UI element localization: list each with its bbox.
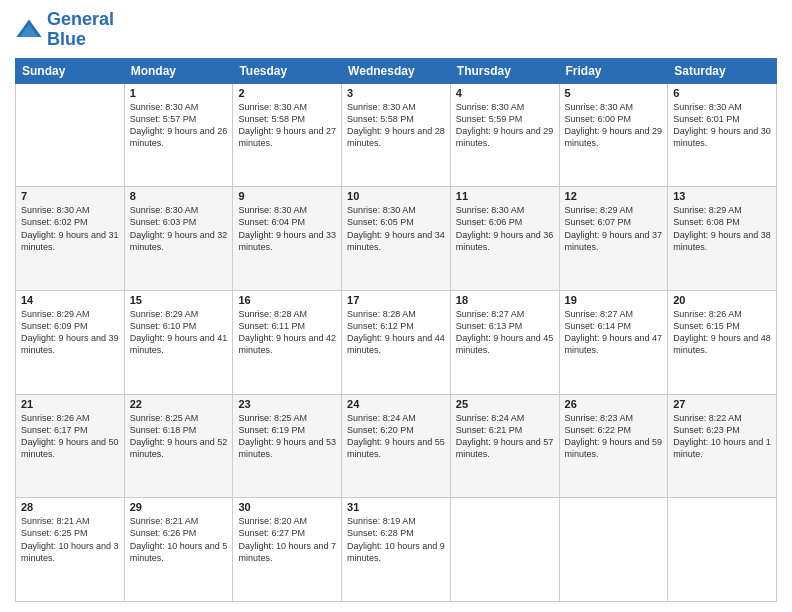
day-cell: 7Sunrise: 8:30 AMSunset: 6:02 PMDaylight…: [16, 187, 125, 291]
day-info: Sunrise: 8:30 AMSunset: 5:58 PMDaylight:…: [347, 101, 445, 150]
day-cell: 27Sunrise: 8:22 AMSunset: 6:23 PMDayligh…: [668, 394, 777, 498]
day-cell: 26Sunrise: 8:23 AMSunset: 6:22 PMDayligh…: [559, 394, 668, 498]
day-cell: 31Sunrise: 8:19 AMSunset: 6:28 PMDayligh…: [342, 498, 451, 602]
day-number: 16: [238, 294, 336, 306]
day-number: 14: [21, 294, 119, 306]
day-cell: 29Sunrise: 8:21 AMSunset: 6:26 PMDayligh…: [124, 498, 233, 602]
day-number: 11: [456, 190, 554, 202]
day-cell: 11Sunrise: 8:30 AMSunset: 6:06 PMDayligh…: [450, 187, 559, 291]
day-cell: 8Sunrise: 8:30 AMSunset: 6:03 PMDaylight…: [124, 187, 233, 291]
day-number: 13: [673, 190, 771, 202]
day-info: Sunrise: 8:28 AMSunset: 6:12 PMDaylight:…: [347, 308, 445, 357]
day-info: Sunrise: 8:30 AMSunset: 5:57 PMDaylight:…: [130, 101, 228, 150]
weekday-header-row: SundayMondayTuesdayWednesdayThursdayFrid…: [16, 58, 777, 83]
day-number: 8: [130, 190, 228, 202]
day-number: 3: [347, 87, 445, 99]
day-info: Sunrise: 8:28 AMSunset: 6:11 PMDaylight:…: [238, 308, 336, 357]
day-info: Sunrise: 8:30 AMSunset: 6:06 PMDaylight:…: [456, 204, 554, 253]
day-info: Sunrise: 8:30 AMSunset: 6:04 PMDaylight:…: [238, 204, 336, 253]
day-info: Sunrise: 8:20 AMSunset: 6:27 PMDaylight:…: [238, 515, 336, 564]
day-info: Sunrise: 8:29 AMSunset: 6:07 PMDaylight:…: [565, 204, 663, 253]
day-info: Sunrise: 8:21 AMSunset: 6:26 PMDaylight:…: [130, 515, 228, 564]
day-cell: [559, 498, 668, 602]
week-row-1: 1Sunrise: 8:30 AMSunset: 5:57 PMDaylight…: [16, 83, 777, 187]
week-row-3: 14Sunrise: 8:29 AMSunset: 6:09 PMDayligh…: [16, 290, 777, 394]
weekday-header-tuesday: Tuesday: [233, 58, 342, 83]
day-cell: 16Sunrise: 8:28 AMSunset: 6:11 PMDayligh…: [233, 290, 342, 394]
day-cell: 3Sunrise: 8:30 AMSunset: 5:58 PMDaylight…: [342, 83, 451, 187]
weekday-header-friday: Friday: [559, 58, 668, 83]
week-row-4: 21Sunrise: 8:26 AMSunset: 6:17 PMDayligh…: [16, 394, 777, 498]
day-number: 31: [347, 501, 445, 513]
day-info: Sunrise: 8:25 AMSunset: 6:18 PMDaylight:…: [130, 412, 228, 461]
day-number: 28: [21, 501, 119, 513]
day-info: Sunrise: 8:30 AMSunset: 6:02 PMDaylight:…: [21, 204, 119, 253]
day-info: Sunrise: 8:30 AMSunset: 5:59 PMDaylight:…: [456, 101, 554, 150]
day-info: Sunrise: 8:29 AMSunset: 6:08 PMDaylight:…: [673, 204, 771, 253]
weekday-header-thursday: Thursday: [450, 58, 559, 83]
weekday-header-monday: Monday: [124, 58, 233, 83]
day-cell: 10Sunrise: 8:30 AMSunset: 6:05 PMDayligh…: [342, 187, 451, 291]
day-number: 1: [130, 87, 228, 99]
day-info: Sunrise: 8:21 AMSunset: 6:25 PMDaylight:…: [21, 515, 119, 564]
day-cell: 14Sunrise: 8:29 AMSunset: 6:09 PMDayligh…: [16, 290, 125, 394]
day-cell: 15Sunrise: 8:29 AMSunset: 6:10 PMDayligh…: [124, 290, 233, 394]
week-row-2: 7Sunrise: 8:30 AMSunset: 6:02 PMDaylight…: [16, 187, 777, 291]
day-number: 15: [130, 294, 228, 306]
logo: General Blue: [15, 10, 114, 50]
day-info: Sunrise: 8:24 AMSunset: 6:21 PMDaylight:…: [456, 412, 554, 461]
day-cell: 21Sunrise: 8:26 AMSunset: 6:17 PMDayligh…: [16, 394, 125, 498]
day-number: 7: [21, 190, 119, 202]
day-cell: 13Sunrise: 8:29 AMSunset: 6:08 PMDayligh…: [668, 187, 777, 291]
day-info: Sunrise: 8:30 AMSunset: 6:01 PMDaylight:…: [673, 101, 771, 150]
day-cell: 6Sunrise: 8:30 AMSunset: 6:01 PMDaylight…: [668, 83, 777, 187]
day-number: 20: [673, 294, 771, 306]
logo-text: General Blue: [47, 10, 114, 50]
day-number: 21: [21, 398, 119, 410]
day-number: 26: [565, 398, 663, 410]
day-info: Sunrise: 8:30 AMSunset: 6:00 PMDaylight:…: [565, 101, 663, 150]
day-number: 2: [238, 87, 336, 99]
day-cell: 5Sunrise: 8:30 AMSunset: 6:00 PMDaylight…: [559, 83, 668, 187]
weekday-header-saturday: Saturday: [668, 58, 777, 83]
day-cell: 20Sunrise: 8:26 AMSunset: 6:15 PMDayligh…: [668, 290, 777, 394]
day-number: 23: [238, 398, 336, 410]
day-number: 5: [565, 87, 663, 99]
day-info: Sunrise: 8:30 AMSunset: 6:03 PMDaylight:…: [130, 204, 228, 253]
day-number: 22: [130, 398, 228, 410]
day-number: 19: [565, 294, 663, 306]
day-cell: 17Sunrise: 8:28 AMSunset: 6:12 PMDayligh…: [342, 290, 451, 394]
day-number: 10: [347, 190, 445, 202]
day-cell: 25Sunrise: 8:24 AMSunset: 6:21 PMDayligh…: [450, 394, 559, 498]
day-number: 17: [347, 294, 445, 306]
day-cell: 30Sunrise: 8:20 AMSunset: 6:27 PMDayligh…: [233, 498, 342, 602]
day-cell: 19Sunrise: 8:27 AMSunset: 6:14 PMDayligh…: [559, 290, 668, 394]
day-info: Sunrise: 8:26 AMSunset: 6:15 PMDaylight:…: [673, 308, 771, 357]
day-number: 4: [456, 87, 554, 99]
day-number: 24: [347, 398, 445, 410]
weekday-header-wednesday: Wednesday: [342, 58, 451, 83]
day-info: Sunrise: 8:27 AMSunset: 6:13 PMDaylight:…: [456, 308, 554, 357]
day-info: Sunrise: 8:23 AMSunset: 6:22 PMDaylight:…: [565, 412, 663, 461]
day-info: Sunrise: 8:27 AMSunset: 6:14 PMDaylight:…: [565, 308, 663, 357]
weekday-header-sunday: Sunday: [16, 58, 125, 83]
day-number: 12: [565, 190, 663, 202]
page: General Blue SundayMondayTuesdayWednesda…: [0, 0, 792, 612]
day-info: Sunrise: 8:24 AMSunset: 6:20 PMDaylight:…: [347, 412, 445, 461]
day-cell: 1Sunrise: 8:30 AMSunset: 5:57 PMDaylight…: [124, 83, 233, 187]
day-cell: 28Sunrise: 8:21 AMSunset: 6:25 PMDayligh…: [16, 498, 125, 602]
day-cell: [16, 83, 125, 187]
day-cell: 4Sunrise: 8:30 AMSunset: 5:59 PMDaylight…: [450, 83, 559, 187]
day-info: Sunrise: 8:25 AMSunset: 6:19 PMDaylight:…: [238, 412, 336, 461]
week-row-5: 28Sunrise: 8:21 AMSunset: 6:25 PMDayligh…: [16, 498, 777, 602]
day-cell: 12Sunrise: 8:29 AMSunset: 6:07 PMDayligh…: [559, 187, 668, 291]
day-number: 29: [130, 501, 228, 513]
day-info: Sunrise: 8:30 AMSunset: 6:05 PMDaylight:…: [347, 204, 445, 253]
day-cell: 18Sunrise: 8:27 AMSunset: 6:13 PMDayligh…: [450, 290, 559, 394]
day-number: 6: [673, 87, 771, 99]
logo-icon: [15, 16, 43, 44]
day-number: 27: [673, 398, 771, 410]
day-info: Sunrise: 8:26 AMSunset: 6:17 PMDaylight:…: [21, 412, 119, 461]
day-info: Sunrise: 8:19 AMSunset: 6:28 PMDaylight:…: [347, 515, 445, 564]
day-number: 30: [238, 501, 336, 513]
